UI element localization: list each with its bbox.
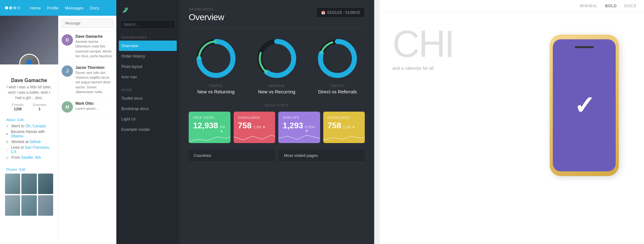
about-item-2: ⚙ Worked at Github (5, 140, 53, 144)
social-nav-profile[interactable]: Profile (47, 6, 59, 10)
chart-title-2: Direct vs Referrals (318, 89, 357, 94)
photo-6[interactable] (38, 195, 53, 216)
profile-name: Dave Gamache (5, 78, 53, 83)
wave-1 (234, 130, 275, 143)
social-logo (5, 6, 20, 9)
msg-text-0: Aenean lacinia bibendum nulla fels euism… (75, 39, 113, 59)
donut-chart-1 (255, 36, 299, 80)
sidebar-item-fluid-layout[interactable]: Fluid layout (116, 61, 179, 72)
message-input-bar (58, 16, 116, 31)
phone-screen: ✓ (553, 39, 616, 171)
msg-name-2: Mark Otto: (75, 101, 113, 106)
checkmark-icon: ✓ (574, 91, 595, 120)
modal-main: DASHBOARDS Overview 📅 01/01/15 - 01/08/1… (179, 0, 374, 244)
sidebar-item-example-modal[interactable]: Example modal (116, 124, 179, 135)
stat-card-pageviews: PAGE VIEWS 12,938 5% ▲ (189, 112, 230, 143)
message-item-0: D Dave Gamache Aenean lacinia bibendum n… (58, 31, 116, 62)
msg-name-0: Dave Gamache (75, 34, 113, 39)
social-nav-messages[interactable]: Messages (65, 6, 84, 10)
about-title-label: About (6, 118, 15, 122)
about-item-4: ◎ From Seattle, WA (5, 155, 53, 160)
obama-link[interactable]: Obama (11, 134, 23, 138)
right-nav-minimal[interactable]: MINIMAL (580, 4, 598, 8)
canada-link[interactable]: Oh, Canada (25, 124, 46, 128)
friends-count: 12M (12, 107, 24, 111)
photo-2[interactable] (21, 174, 36, 194)
chart-title-1: New vs Recurring (258, 89, 295, 94)
social-nav-docs[interactable]: Docs (90, 6, 99, 10)
sf-link[interactable]: San Francisco, CA (11, 145, 50, 154)
wave-0 (189, 130, 230, 143)
sidebar-item-order-history[interactable]: Order history (116, 51, 179, 61)
sidebar-search (116, 20, 179, 33)
photos-edit-link[interactable]: Edit (19, 168, 25, 171)
msg-text-1: Donec sed odio dui. Vivamus sagittis lac… (75, 70, 113, 95)
quick-stats-label: QUICK STATS (189, 104, 365, 107)
work-icon: ⚙ (5, 140, 9, 144)
right-panel: MINIMAL BOLD DOCS CHI and a calendar for… (380, 0, 644, 244)
chart-revenue-new-recurring: Revenue New vs Recurring (255, 36, 299, 94)
stat-card-label-2: SIGN-UPS (283, 116, 316, 119)
chart-traffic-direct-referrals: Traffic Direct vs Referrals (315, 36, 359, 94)
date-range-text: 01/01/15 - 01/08/15 (327, 10, 360, 15)
stat-card-downloads-2: DOWNLOADS 758 1.3% ▼ (323, 112, 365, 143)
photos-title-label: Photos (6, 168, 17, 171)
profile-stats: Friends 12M Enemies 1 (5, 103, 53, 111)
leaf-icon (121, 6, 129, 14)
about-edit-link[interactable]: Edit (18, 118, 24, 122)
sidebar-search-input[interactable] (120, 20, 175, 29)
breadcrumb: DASHBOARDS (189, 8, 224, 11)
enemies-stat: Enemies 1 (33, 103, 46, 111)
right-nav-docs[interactable]: DOCS (624, 4, 636, 8)
sidebar-section-dashboards: DASHBOARDS (116, 33, 179, 41)
donut-chart-2 (315, 36, 359, 80)
location-icon: ✈ (5, 124, 9, 128)
countries-table: Countries (189, 149, 275, 162)
date-range-badge: 📅 01/01/15 - 01/08/15 (316, 8, 365, 18)
seattle-link[interactable]: Seattle, WA (21, 155, 41, 160)
stat-card-label-1: DOWNLOADS (238, 116, 271, 119)
message-input[interactable] (62, 19, 113, 28)
msg-avatar-0: D (62, 34, 73, 46)
bottom-tables-row: Countries Most visited pages (189, 149, 365, 162)
sidebar-section-more: MORE (116, 86, 179, 93)
about-item-0: ✈ Went to Oh, Canada (5, 124, 53, 128)
right-nav-bold[interactable]: BOLD (605, 4, 617, 8)
profile-bio: I wish i was a little bit taller, wish i… (5, 85, 53, 100)
social-topbar: Home Profile Messages Docs (0, 0, 116, 16)
stat-card-label-3: DOWNLOADS (328, 116, 361, 119)
sidebar-item-light-ui[interactable]: Light UI (116, 114, 179, 124)
profile-info: Dave Gamache I wish i was a little bit t… (0, 78, 58, 114)
modal-sidebar: DASHBOARDS Overview Order history Fluid … (116, 0, 179, 244)
sidebar-item-icon-nav[interactable]: Icon nav (116, 72, 179, 82)
stat-card-value-3: 758 1.3% ▼ (328, 121, 361, 130)
chart-traffic-new-returning: Traffic New vs Returning (194, 36, 238, 94)
chart-title-0: New vs Returning (197, 89, 234, 94)
social-nav-home[interactable]: Home (30, 6, 41, 10)
message-item-2: M Mark Otto: Lorem ipsum... (58, 98, 116, 116)
chart-subtitle-1: Revenue (269, 84, 285, 88)
github-link[interactable]: Github (30, 140, 41, 144)
stat-card-downloads: DOWNLOADS 758 1.3% ▼ (234, 112, 275, 143)
msg-content-1: Jacon Thornton: Donec sed odio dui. Viva… (75, 65, 113, 95)
stat-card-change-1: 1.3% ▼ (253, 125, 266, 129)
modal-overlay: DASHBOARDS Overview Order history Fluid … (116, 0, 374, 244)
msg-avatar-2: M (62, 101, 73, 113)
sidebar-item-overview[interactable]: Overview (119, 41, 177, 51)
home-icon: ⌂ (5, 147, 9, 152)
photo-5[interactable] (21, 195, 36, 216)
stat-card-signups: SIGN-UPS 1,293 6.75% ▼ (278, 112, 320, 143)
msg-content-2: Mark Otto: Lorem ipsum... (75, 101, 113, 113)
photos-grid (5, 174, 53, 216)
sidebar-item-bootstrap[interactable]: Bootstrap docs (116, 103, 179, 114)
wave-3 (323, 130, 365, 143)
photo-1[interactable] (5, 174, 20, 194)
photo-4[interactable] (5, 195, 20, 216)
chart-subtitle-0: Traffic (209, 84, 223, 88)
photo-3[interactable] (38, 174, 53, 194)
donut-chart-0 (194, 36, 238, 80)
modal-header: DASHBOARDS Overview 📅 01/01/15 - 01/08/1… (189, 8, 365, 22)
tagline: and a calendar for all (392, 66, 434, 71)
sidebar-item-toolkit[interactable]: Toolkit docs (116, 93, 179, 103)
most-visited-table-header: Most visited pages (279, 149, 365, 162)
